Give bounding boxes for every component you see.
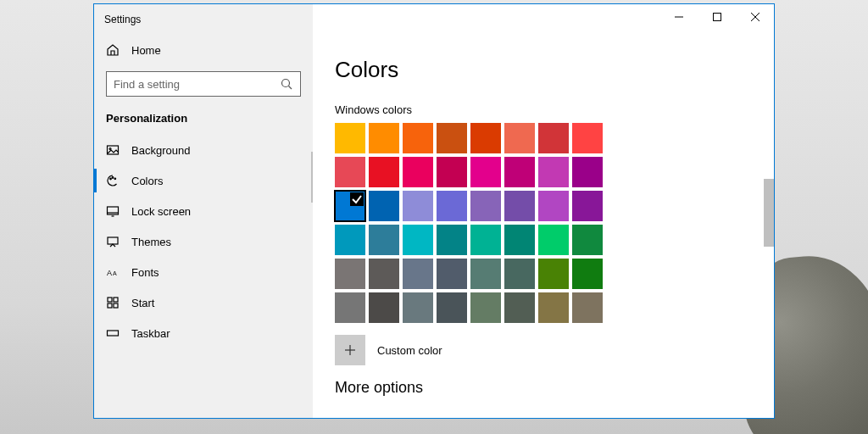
picture-icon (106, 143, 120, 157)
color-swatch[interactable] (572, 259, 603, 289)
color-swatch[interactable] (538, 157, 569, 187)
close-button[interactable] (736, 4, 774, 30)
color-swatch[interactable] (504, 225, 535, 255)
color-swatch[interactable] (572, 157, 603, 187)
section-header: Personalization (94, 107, 313, 135)
monitor-icon (106, 204, 120, 218)
custom-color-label: Custom color (377, 344, 442, 357)
color-swatch[interactable] (470, 225, 501, 255)
svg-rect-16 (114, 303, 118, 308)
nav-list: BackgroundColorsLock screenThemesAAFonts… (94, 135, 313, 418)
nav-item-label: Start (131, 297, 154, 309)
fonts-icon: AA (106, 265, 120, 279)
search-box[interactable] (106, 71, 301, 97)
color-swatch[interactable] (403, 157, 433, 187)
nav-item-start[interactable]: Start (94, 287, 313, 318)
nav-item-label: Lock screen (131, 205, 191, 218)
color-swatch[interactable] (437, 123, 467, 153)
settings-window: Settings Home Personalization Background… (93, 3, 775, 419)
color-swatch[interactable] (572, 123, 603, 153)
color-swatch[interactable] (538, 292, 569, 323)
color-swatch[interactable] (335, 123, 365, 153)
search-input[interactable] (114, 78, 280, 91)
maximize-button[interactable] (698, 4, 736, 30)
color-swatch[interactable] (403, 259, 433, 289)
nav-item-fonts[interactable]: AAFonts (94, 257, 313, 287)
color-swatch[interactable] (538, 123, 569, 153)
color-swatch[interactable] (369, 157, 399, 187)
color-swatch[interactable] (504, 292, 535, 323)
more-options-heading: More options (335, 379, 752, 397)
svg-rect-10 (108, 237, 118, 244)
svg-line-1 (289, 86, 292, 90)
svg-rect-19 (713, 14, 721, 21)
nav-item-background[interactable]: Background (94, 135, 313, 165)
svg-rect-14 (114, 298, 118, 302)
window-title: Settings (94, 4, 313, 35)
start-icon (106, 296, 120, 309)
nav-item-colors[interactable]: Colors (94, 165, 313, 196)
color-swatch[interactable] (504, 259, 535, 289)
color-swatch[interactable] (437, 191, 467, 221)
home-nav-item[interactable]: Home (94, 35, 313, 65)
color-swatch[interactable] (437, 157, 467, 187)
svg-rect-17 (108, 331, 119, 336)
color-swatch[interactable] (369, 292, 399, 323)
check-icon (351, 193, 363, 209)
content-area: Colors Windows colors Custom color More … (313, 4, 774, 418)
content-scrollbar[interactable] (764, 81, 774, 411)
color-swatch[interactable] (538, 225, 569, 255)
windows-colors-label: Windows colors (335, 103, 752, 116)
color-swatch[interactable] (538, 191, 569, 221)
search-icon (280, 77, 293, 91)
color-swatch[interactable] (335, 157, 365, 187)
content-scrollbar-thumb[interactable] (764, 179, 774, 247)
color-swatch[interactable] (504, 123, 535, 153)
color-swatch[interactable] (335, 191, 365, 221)
color-swatch[interactable] (437, 259, 467, 289)
svg-rect-13 (108, 298, 112, 302)
nav-item-themes[interactable]: Themes (94, 226, 313, 257)
svg-point-0 (282, 80, 290, 87)
svg-text:A: A (113, 270, 117, 276)
color-swatch[interactable] (335, 225, 365, 255)
custom-color-button[interactable] (335, 335, 365, 365)
color-swatch[interactable] (470, 191, 501, 221)
minimize-button[interactable] (659, 4, 698, 30)
svg-point-5 (112, 177, 114, 179)
color-swatch[interactable] (470, 123, 501, 153)
svg-rect-7 (108, 207, 119, 214)
nav-item-lockscreen[interactable]: Lock screen (94, 196, 313, 226)
color-swatch[interactable] (403, 191, 433, 221)
color-swatch[interactable] (572, 225, 603, 255)
color-swatch[interactable] (504, 191, 535, 221)
color-swatch[interactable] (335, 259, 365, 289)
color-swatch[interactable] (572, 292, 603, 323)
nav-item-label: Taskbar (131, 327, 170, 340)
palette-icon (106, 174, 120, 187)
color-swatch[interactable] (369, 123, 399, 153)
color-swatch[interactable] (538, 259, 569, 289)
color-swatch[interactable] (335, 292, 365, 323)
taskbar-icon (106, 326, 120, 340)
color-swatch[interactable] (504, 157, 535, 187)
home-label: Home (131, 44, 161, 57)
svg-rect-15 (108, 303, 112, 308)
color-swatch[interactable] (369, 191, 399, 221)
svg-point-3 (109, 148, 111, 150)
color-swatch[interactable] (470, 292, 501, 323)
color-swatch[interactable] (437, 292, 467, 323)
color-swatch[interactable] (470, 157, 501, 187)
color-swatch[interactable] (572, 191, 603, 221)
color-swatch[interactable] (437, 225, 467, 255)
color-swatch[interactable] (369, 225, 399, 255)
themes-icon (106, 235, 120, 248)
custom-color-row: Custom color (335, 335, 752, 365)
color-swatch[interactable] (470, 259, 501, 289)
color-swatch[interactable] (403, 123, 433, 153)
color-swatch[interactable] (403, 225, 433, 255)
nav-item-label: Colors (131, 175, 164, 187)
color-swatch[interactable] (369, 259, 399, 289)
nav-item-taskbar[interactable]: Taskbar (94, 318, 313, 348)
color-swatch[interactable] (403, 292, 433, 323)
